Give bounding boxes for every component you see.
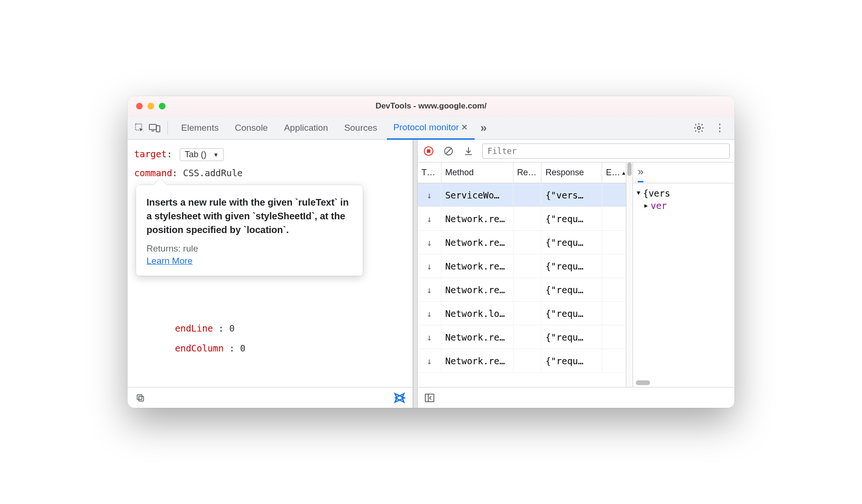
table-scrollbar[interactable] xyxy=(626,162,633,387)
table-cell xyxy=(514,254,542,278)
sort-asc-icon: ▲ xyxy=(621,170,626,176)
table-cell: ServiceWo… xyxy=(441,183,514,207)
table-row[interactable]: ↓Network.re…{"requ… xyxy=(418,207,626,231)
table-row[interactable]: ↓Network.re…{"requ… xyxy=(418,278,626,302)
command-editor-body: target: Tab () ▼ command: CSS.addRule In… xyxy=(128,140,413,387)
table-cell: Network.re… xyxy=(441,349,514,372)
tab-protocol-monitor[interactable]: Protocol monitor ✕ xyxy=(387,117,475,140)
table-cell: ↓ xyxy=(418,207,441,230)
table-cell xyxy=(514,207,542,230)
table-cell: {"vers… xyxy=(541,183,602,207)
param-row[interactable]: endColumn : 0 xyxy=(175,339,246,359)
detail-pane: » ▼{vers ▶ver xyxy=(633,162,734,387)
tooltip-returns: Returns: rule xyxy=(147,243,352,254)
clear-button[interactable] xyxy=(442,145,455,157)
window-title: DevTools - www.google.com/ xyxy=(128,101,734,111)
zoom-window-button[interactable] xyxy=(159,103,165,109)
minimize-window-button[interactable] xyxy=(147,103,154,109)
learn-more-link[interactable]: Learn More xyxy=(147,256,193,266)
table-cell: {"requ… xyxy=(541,231,602,254)
protocol-toolbar xyxy=(418,140,734,162)
inspect-icon[interactable] xyxy=(133,122,146,134)
command-params: endLine : 0 endColumn : 0 xyxy=(175,319,246,359)
settings-icon[interactable] xyxy=(693,122,705,134)
main-tabs: Elements Console Application Sources Pro… xyxy=(128,116,734,140)
svg-rect-2 xyxy=(156,126,160,132)
command-value[interactable]: CSS.addRule xyxy=(183,168,243,178)
record-button[interactable] xyxy=(422,145,435,157)
filter-input[interactable] xyxy=(482,144,730,159)
table-cell xyxy=(602,183,626,207)
titlebar: DevTools - www.google.com/ xyxy=(128,96,734,116)
close-tab-icon[interactable]: ✕ xyxy=(461,122,468,133)
dropdown-triangle-icon: ▼ xyxy=(213,152,219,158)
table-cell: {"requ… xyxy=(541,278,602,301)
more-tabs-icon[interactable]: » xyxy=(477,122,490,134)
table-cell: ↓ xyxy=(418,231,441,254)
table-cell: Network.re… xyxy=(441,231,514,254)
table-cell: Network.lo… xyxy=(441,302,514,325)
tab-application[interactable]: Application xyxy=(277,116,335,139)
send-command-button[interactable] xyxy=(394,392,406,404)
tab-elements[interactable]: Elements xyxy=(174,116,225,139)
table-cell: Network.re… xyxy=(441,278,514,301)
svg-rect-4 xyxy=(139,396,144,401)
col-method[interactable]: Method xyxy=(441,162,514,183)
table-row[interactable]: ↓Network.re…{"requ… xyxy=(418,254,626,278)
col-response[interactable]: Response xyxy=(541,162,602,183)
table-cell xyxy=(602,207,626,230)
scrollbar-thumb[interactable] xyxy=(627,162,632,176)
protocol-body: T… Method Re… Response E…▲ ↓ServiceWo…{"… xyxy=(418,162,734,387)
devtools-window: DevTools - www.google.com/ Elements Cons… xyxy=(128,96,734,408)
json-prop[interactable]: ▶ver xyxy=(644,200,731,211)
separator xyxy=(167,121,168,135)
detail-more-tabs-icon[interactable]: » xyxy=(638,166,643,182)
json-root-text: {vers xyxy=(643,188,670,198)
table-cell: ↓ xyxy=(418,349,441,372)
table-cell xyxy=(514,302,542,325)
messages-table: T… Method Re… Response E…▲ ↓ServiceWo…{"… xyxy=(418,162,626,387)
tooltip-description: Inserts a new rule with the given `ruleT… xyxy=(147,196,352,237)
toggle-sidebar-icon[interactable] xyxy=(423,392,436,404)
table-cell xyxy=(514,183,542,207)
table-row[interactable]: ↓Network.re…{"requ… xyxy=(418,231,626,254)
download-button[interactable] xyxy=(462,145,475,157)
svg-point-3 xyxy=(697,126,700,129)
close-window-button[interactable] xyxy=(136,103,143,109)
copy-icon[interactable] xyxy=(134,392,147,404)
kebab-menu-icon[interactable]: ⋮ xyxy=(714,122,726,134)
table-cell xyxy=(514,349,542,372)
table-cell: {"requ… xyxy=(541,325,602,349)
table-cell xyxy=(602,278,626,301)
table-cell xyxy=(602,349,626,372)
table-row[interactable]: ↓Network.re…{"requ… xyxy=(418,349,626,373)
detail-body: ▼{vers ▶ver xyxy=(633,183,734,387)
param-row[interactable]: endLine : 0 xyxy=(175,319,246,339)
svg-rect-5 xyxy=(137,395,142,399)
col-type[interactable]: T… xyxy=(418,162,441,183)
pane-resize-handle[interactable] xyxy=(413,140,418,408)
table-header: T… Method Re… Response E…▲ xyxy=(418,162,626,183)
table-cell xyxy=(514,231,542,254)
table-cell xyxy=(602,254,626,278)
table-cell: {"requ… xyxy=(541,349,602,372)
scrollbar-thumb[interactable] xyxy=(636,380,650,385)
command-label: command xyxy=(134,168,172,178)
device-toggle-icon[interactable] xyxy=(148,122,161,134)
col-request[interactable]: Re… xyxy=(514,162,542,183)
json-root[interactable]: ▼{vers xyxy=(637,188,731,198)
tab-label: Elements xyxy=(181,123,219,133)
command-editor-footer xyxy=(128,387,413,408)
tab-console[interactable]: Console xyxy=(228,116,275,139)
detail-tabs: » xyxy=(633,162,734,183)
content-area: target: Tab () ▼ command: CSS.addRule In… xyxy=(128,140,734,408)
col-elapsed[interactable]: E…▲ xyxy=(602,162,626,183)
table-row[interactable]: ↓Network.re…{"requ… xyxy=(418,325,626,349)
target-select[interactable]: Tab () ▼ xyxy=(180,148,224,161)
command-tooltip: Inserts a new rule with the given `ruleT… xyxy=(136,185,363,276)
tab-label: Protocol monitor xyxy=(394,122,459,133)
tab-sources[interactable]: Sources xyxy=(338,116,384,139)
detail-h-scrollbar[interactable] xyxy=(636,380,732,385)
table-row[interactable]: ↓ServiceWo…{"vers… xyxy=(418,183,626,207)
table-row[interactable]: ↓Network.lo…{"requ… xyxy=(418,302,626,325)
